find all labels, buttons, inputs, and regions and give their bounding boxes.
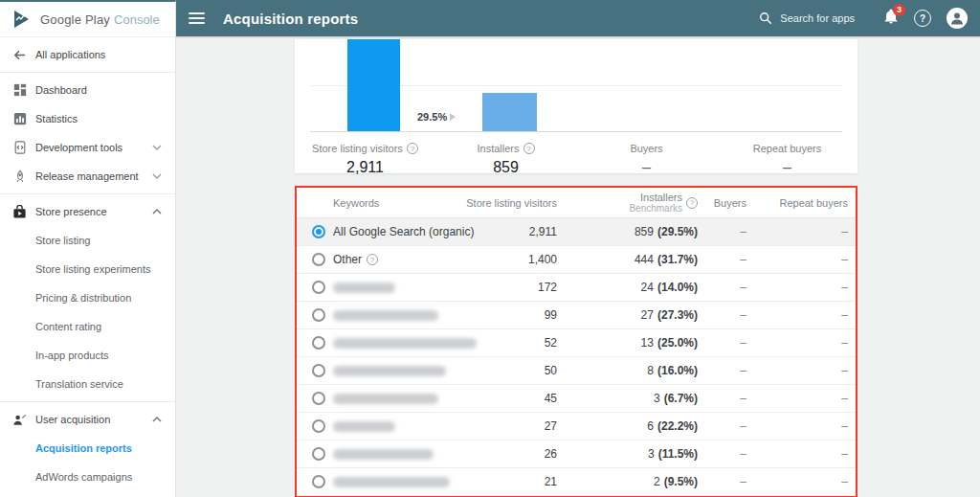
help-icon[interactable]: ? (367, 254, 378, 265)
table-row[interactable]: 21 2(9.5%) – – (297, 468, 856, 496)
table-row[interactable]: 26 3(11.5%) – – (297, 441, 856, 468)
table-row[interactable]: 52 13(25.0%) – – (297, 329, 856, 357)
avatar[interactable] (947, 8, 968, 29)
chevron-down-icon (152, 173, 162, 179)
buyers-cell: – (698, 308, 746, 322)
repeat-buyers-cell: – (746, 447, 848, 461)
column-header-buyers[interactable]: Buyers (698, 197, 746, 209)
visitors-cell: 99 (477, 308, 557, 322)
chevron-up-icon (152, 417, 162, 422)
radio-unselected[interactable] (312, 447, 325, 461)
buyers-cell: – (698, 364, 746, 377)
app-logo[interactable]: Google Play Console (0, 2, 175, 37)
column-header-store-listing-visitors[interactable]: Store listing visitors (477, 197, 557, 209)
sidebar-item-label: Store listing (35, 235, 90, 246)
sidebar: Google Play Console All applications Das… (0, 0, 176, 497)
radio-unselected[interactable] (312, 475, 325, 488)
benchmarks-sublabel: Benchmarks (629, 203, 682, 214)
sidebar-item-label: Store listing experiments (35, 263, 150, 275)
table-row[interactable]: 27 6(22.2%) – – (297, 413, 856, 441)
installers-cell: 444(31.7%) (557, 253, 698, 266)
table-row[interactable]: All Google Search (organic) 2,911 859(29… (297, 218, 856, 246)
sidebar-item-content-rating[interactable]: Content rating (0, 312, 175, 341)
table-row[interactable]: Other ? 1,400 444(31.7%) – – (297, 246, 856, 274)
sidebar-item-pricing-distribution[interactable]: Pricing & distribution (0, 283, 175, 312)
sidebar-item-label: Dashboard (35, 84, 87, 96)
installers-cell: 3(6.7%) (557, 392, 698, 405)
radio-unselected[interactable] (312, 419, 325, 433)
keyword-cell-redacted (333, 477, 477, 487)
redacted-keyword (333, 394, 438, 404)
redacted-keyword (333, 477, 450, 487)
sidebar-item-development-tools[interactable]: Development tools (0, 133, 175, 162)
rocket-icon (11, 169, 28, 185)
column-header-installers[interactable]: Installers Benchmarks ? (629, 192, 698, 214)
search-input[interactable]: Search for apps (759, 11, 855, 25)
buyers-cell: – (698, 336, 746, 350)
table-row[interactable]: 45 3(6.7%) – – (297, 385, 856, 413)
dashboard-icon (11, 82, 28, 99)
buyers-cell: – (698, 253, 746, 266)
sidebar-item-dashboard[interactable]: Dashboard (0, 76, 175, 104)
radio-selected[interactable] (312, 225, 325, 238)
visitors-cell: 50 (477, 364, 557, 377)
sidebar-item-release-management[interactable]: Release management (0, 162, 175, 191)
installers-cell: 6(22.2%) (557, 419, 698, 433)
sidebar-item-store-listing[interactable]: Store listing (0, 226, 175, 255)
radio-unselected[interactable] (312, 308, 325, 322)
repeat-buyers-cell: – (746, 419, 848, 433)
visitors-cell: 172 (477, 281, 557, 294)
chevron-down-icon (152, 145, 162, 150)
sidebar-item-in-app-products[interactable]: In-app products (0, 341, 175, 370)
repeat-buyers-cell: – (746, 281, 848, 294)
sidebar-item-adwords-campaigns[interactable]: AdWords campaigns (0, 463, 175, 491)
notifications-button[interactable]: 3 (883, 9, 899, 29)
sidebar-item-store-presence[interactable]: Store presence (0, 197, 175, 226)
column-header-repeat-buyers[interactable]: Repeat buyers (746, 197, 848, 209)
table-row[interactable]: 172 24(14.0%) – – (297, 274, 856, 302)
column-header-keywords[interactable]: Keywords (333, 197, 477, 209)
buyers-cell: – (698, 225, 746, 238)
page-title: Acquisition reports (223, 11, 358, 27)
sidebar-item-label: All applications (35, 49, 105, 60)
sidebar-item-label: Statistics (35, 113, 78, 124)
sidebar-item-statistics[interactable]: Statistics (0, 104, 175, 133)
help-icon[interactable]: ? (407, 143, 418, 154)
sidebar-item-all-applications[interactable]: All applications (0, 40, 175, 69)
table-row[interactable]: 50 8(16.0%) – – (297, 357, 856, 385)
google-play-logo-icon (12, 10, 32, 29)
visitors-cell: 26 (477, 447, 557, 461)
help-icon[interactable]: ? (523, 143, 535, 154)
radio-unselected[interactable] (312, 392, 325, 405)
radio-unselected[interactable] (312, 281, 325, 294)
sidebar-item-promotions[interactable]: Promotions (0, 491, 175, 497)
repeat-buyers-cell: – (746, 392, 848, 405)
redacted-keyword (333, 282, 395, 293)
table-row[interactable]: 99 27(27.3%) – – (297, 302, 856, 329)
stat-value: 859 (435, 159, 576, 176)
installers-cell: 859(29.5%) (557, 225, 698, 238)
radio-unselected[interactable] (312, 364, 325, 377)
store-listing-visitors-bar[interactable] (347, 39, 400, 131)
arrow-right-icon (450, 113, 456, 121)
sidebar-item-label: Pricing & distribution (35, 292, 131, 304)
help-icon[interactable]: ? (686, 197, 698, 209)
sidebar-item-acquisition-reports[interactable]: Acquisition reports (0, 434, 175, 463)
sidebar-item-user-acquisition[interactable]: User acquisition (0, 405, 175, 434)
menu-icon[interactable] (189, 12, 205, 24)
stat-value: – (576, 159, 717, 176)
radio-unselected[interactable] (312, 336, 325, 350)
installers-cell: 27(27.3%) (557, 308, 698, 322)
conversion-rate-label: 29.5% (417, 111, 456, 123)
search-placeholder: Search for apps (780, 12, 855, 24)
search-icon (759, 11, 772, 25)
keyword-cell-redacted (333, 338, 477, 349)
radio-unselected[interactable] (312, 253, 325, 266)
keyword-cell-redacted (333, 310, 477, 321)
sidebar-item-store-listing-experiments[interactable]: Store listing experiments (0, 255, 175, 283)
help-button[interactable]: ? (914, 10, 931, 27)
installers-bar[interactable] (482, 93, 537, 131)
notification-badge: 3 (893, 4, 905, 16)
keyword-cell-redacted (333, 366, 477, 376)
sidebar-item-translation-service[interactable]: Translation service (0, 370, 175, 398)
